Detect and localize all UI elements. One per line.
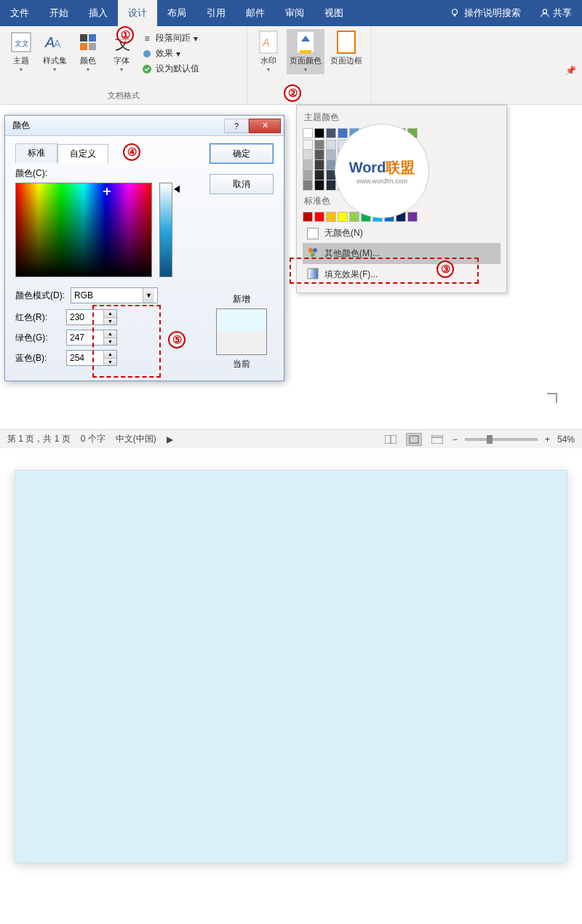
swatch[interactable] [326, 128, 336, 138]
svg-rect-17 [300, 50, 311, 53]
red-input[interactable] [67, 310, 103, 324]
tab-design[interactable]: 设计 [118, 0, 157, 26]
zoom-level[interactable]: 54% [557, 434, 575, 445]
swatch[interactable] [338, 128, 348, 138]
svg-rect-7 [80, 34, 87, 41]
fill-effects-icon [307, 268, 319, 282]
swatch[interactable] [326, 212, 336, 222]
colors-button[interactable]: 颜色▾ [73, 29, 103, 78]
page-borders-icon [335, 31, 358, 54]
person-icon [540, 8, 550, 18]
share-button[interactable]: 共享 [530, 7, 582, 20]
styleset-icon: AA [43, 31, 66, 54]
web-layout-button[interactable] [429, 433, 445, 446]
macro-icon[interactable]: ▶ [167, 434, 173, 445]
word-count[interactable]: 0 个字 [81, 433, 105, 445]
set-default-button[interactable]: 设为默认值 [141, 63, 199, 75]
svg-point-12 [143, 50, 151, 57]
spin-down[interactable]: ▼ [104, 359, 116, 366]
color-gradient[interactable] [15, 183, 152, 277]
spin-up[interactable]: ▲ [104, 310, 116, 318]
dialog-help-button[interactable]: ? [224, 119, 249, 133]
svg-rect-9 [80, 43, 87, 50]
tab-home[interactable]: 开始 [39, 0, 79, 26]
svg-rect-25 [410, 436, 418, 443]
red-spinner[interactable]: ▲▼ [66, 309, 117, 325]
blue-spinner[interactable]: ▲▼ [66, 350, 117, 366]
spin-down[interactable]: ▼ [104, 318, 116, 325]
red-label: 红色(R): [15, 311, 59, 324]
tab-review[interactable]: 审阅 [275, 0, 314, 26]
spin-down[interactable]: ▼ [104, 338, 116, 346]
svg-text:文文: 文文 [15, 39, 29, 47]
effects-button[interactable]: 效果 ▾ [141, 47, 199, 60]
page-color-button[interactable]: 页面颜色▾ ② [287, 29, 324, 74]
language-status[interactable]: 中文(中国) [116, 433, 156, 445]
zoom-in[interactable]: + [545, 434, 550, 445]
spin-up[interactable]: ▲ [104, 330, 116, 338]
read-mode-button[interactable] [383, 433, 399, 446]
blue-input[interactable] [67, 351, 103, 365]
tab-layout[interactable]: 布局 [157, 0, 196, 26]
color-preview [216, 308, 267, 355]
dialog-titlebar: 颜色 ? ✕ [5, 116, 284, 136]
fonts-button[interactable]: 文 字体▾ ① [106, 29, 137, 78]
chevron-down-icon: ▼ [143, 288, 154, 303]
watermark-icon: A [257, 31, 280, 54]
paragraph-spacing-button[interactable]: ≡段落间距 ▾ [141, 32, 199, 44]
tab-references[interactable]: 引用 [196, 0, 236, 26]
svg-rect-18 [338, 31, 355, 53]
tab-insert[interactable]: 插入 [79, 0, 118, 26]
fonts-icon: 文 [110, 31, 133, 54]
ok-button[interactable]: 确定 [210, 143, 274, 164]
swatch[interactable] [338, 212, 348, 222]
tab-mail[interactable]: 邮件 [236, 0, 275, 26]
page-borders-button[interactable]: 页面边框 [327, 29, 365, 74]
cancel-button[interactable]: 取消 [210, 174, 274, 194]
check-icon [141, 63, 153, 75]
current-label: 当前 [210, 358, 274, 370]
spin-up[interactable]: ▲ [104, 351, 116, 359]
new-label: 新增 [210, 293, 274, 306]
zoom-out[interactable]: − [453, 434, 458, 445]
dialog-title: 颜色 [12, 119, 30, 132]
print-layout-button[interactable] [406, 433, 422, 446]
fill-effects-item[interactable]: 填充效果(F)... [303, 264, 501, 285]
swatch[interactable] [303, 128, 313, 138]
svg-text:A: A [54, 38, 61, 49]
zoom-slider[interactable] [465, 438, 538, 441]
themes-button[interactable]: 文文 主题▾ [6, 29, 36, 78]
page-status[interactable]: 第 1 页，共 1 页 [7, 433, 71, 445]
slider-arrow[interactable] [174, 186, 180, 193]
swatch[interactable] [303, 212, 313, 222]
no-color-item[interactable]: 无颜色(N) [303, 223, 501, 243]
tab-custom[interactable]: 自定义 [57, 144, 108, 164]
status-bar: 第 1 页，共 1 页 0 个字 中文(中国) ▶ − + 54% [0, 429, 582, 448]
swatch[interactable] [349, 212, 359, 222]
more-colors-item[interactable]: 其他颜色(M)... [303, 243, 501, 264]
color-dialog: 颜色 ? ✕ 标准 自定义 ④ 颜色(C): 颜色模式(D): RGB▼ 红色(… [4, 115, 284, 381]
swatch[interactable] [314, 128, 324, 138]
tab-file[interactable]: 文件 [0, 0, 39, 26]
color-mode-combo[interactable]: RGB▼ [71, 287, 158, 303]
svg-point-21 [311, 252, 315, 257]
doc-format-label: 文档格式 [6, 90, 241, 103]
styleset-button[interactable]: AA 样式集▾ [39, 29, 70, 78]
page-preview [15, 470, 567, 863]
swatch[interactable] [314, 212, 324, 222]
zoom-thumb[interactable] [487, 435, 493, 444]
tab-standard[interactable]: 标准 [15, 143, 57, 163]
swatch[interactable] [407, 212, 418, 222]
themes-icon: 文文 [9, 31, 33, 54]
green-input[interactable] [67, 330, 103, 345]
colors-icon [76, 31, 100, 54]
pin-icon[interactable]: 📌 [565, 65, 576, 76]
tell-me-search[interactable]: 操作说明搜索 [441, 7, 530, 20]
green-spinner[interactable]: ▲▼ [66, 330, 117, 346]
luminance-slider[interactable] [159, 183, 172, 277]
color-mode-label: 颜色模式(D): [15, 290, 65, 302]
share-label: 共享 [553, 7, 572, 20]
dialog-close-button[interactable]: ✕ [249, 119, 281, 133]
watermark-button[interactable]: A 水印▾ [253, 29, 284, 74]
tab-view[interactable]: 视图 [314, 0, 354, 26]
